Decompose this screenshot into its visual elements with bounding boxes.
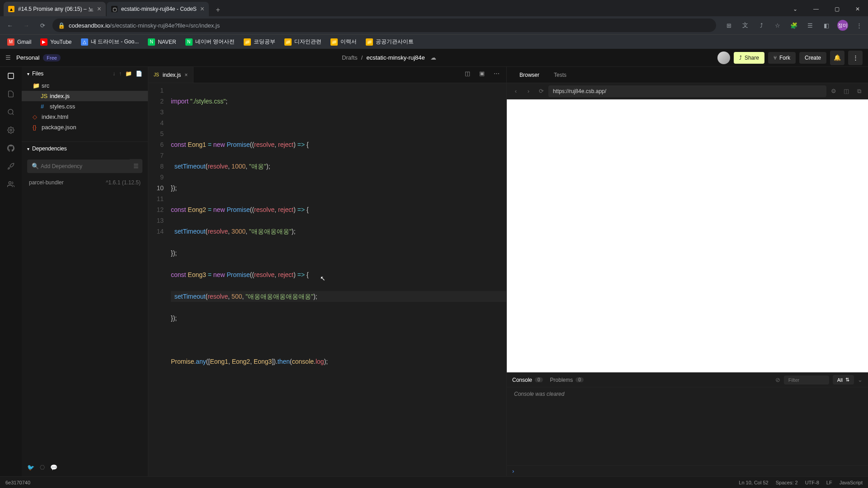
- tab-browser[interactable]: Browser: [512, 72, 547, 78]
- more-icon[interactable]: ⋮: [848, 51, 863, 65]
- share-button[interactable]: ⤴Share: [734, 52, 764, 64]
- close-icon[interactable]: ×: [200, 5, 204, 13]
- explorer-icon[interactable]: [5, 70, 16, 81]
- new-folder-icon[interactable]: 📁: [125, 70, 132, 77]
- preview-url-input[interactable]: [548, 85, 826, 97]
- reload-button[interactable]: ⟳: [536, 86, 547, 97]
- eol[interactable]: LF: [826, 480, 832, 485]
- github-icon[interactable]: [5, 143, 16, 154]
- layout-icon[interactable]: ▣: [476, 67, 488, 80]
- file-icon[interactable]: [5, 89, 16, 99]
- profile-avatar[interactable]: 정미: [837, 20, 848, 31]
- breadcrumb-current[interactable]: ecstatic-minsky-ruj84e: [366, 54, 425, 61]
- file-index-js[interactable]: JSindex.js: [22, 91, 148, 101]
- minimize-button[interactable]: —: [806, 2, 826, 16]
- reading-list-icon[interactable]: ☰: [805, 20, 816, 31]
- editor-tab-index[interactable]: JS index.js ×: [148, 67, 193, 83]
- url-input[interactable]: 🔒 codesandbox.io/s/ecstatic-minsky-ruj84…: [52, 19, 716, 32]
- code-content[interactable]: import "./styles.css"; const Eong1 = new…: [171, 85, 506, 476]
- dep-parcel[interactable]: parcel-bundler ^1.6.1 (1.12.5): [22, 177, 148, 188]
- browser-tab-1[interactable]: ▲ #14.5 Promise any (06:15) – 노 ×: [4, 2, 106, 16]
- editor-actions: ◫ ▣ ⋯: [461, 67, 506, 83]
- new-tab-button[interactable]: +: [212, 4, 224, 16]
- clear-icon[interactable]: ⊘: [775, 376, 780, 383]
- close-icon[interactable]: ×: [97, 5, 101, 13]
- upload-icon[interactable]: ↑: [119, 70, 122, 77]
- live-icon[interactable]: [5, 179, 16, 190]
- filter-dropdown[interactable]: All ⇅: [833, 375, 854, 385]
- bookmark-folder-4[interactable]: 📁공공기관사이트: [362, 36, 417, 47]
- bookmark-dict[interactable]: N네이버 영어사전: [182, 36, 238, 47]
- forward-button[interactable]: ›: [523, 86, 534, 97]
- file-package-json[interactable]: {}package.json: [22, 122, 148, 132]
- devtools-icon[interactable]: ⚙: [828, 86, 839, 97]
- console-prompt[interactable]: ›: [507, 465, 868, 476]
- bookmark-icon[interactable]: ☆: [772, 20, 783, 31]
- deps-header[interactable]: ▾ Dependencies: [22, 142, 148, 155]
- tab-console[interactable]: Console 0: [512, 377, 543, 383]
- maximize-button[interactable]: ▢: [826, 2, 847, 16]
- dep-menu-icon[interactable]: ☰: [130, 159, 142, 173]
- extensions-icon[interactable]: 🧩: [788, 20, 799, 31]
- sidebar-footer: 🐦 ⎔ 💬: [22, 459, 148, 476]
- cursor-position[interactable]: Ln 10, Col 52: [739, 480, 768, 485]
- tab-problems[interactable]: Problems 0: [550, 377, 584, 383]
- fork-button[interactable]: ⑂Fork: [768, 52, 796, 64]
- close-button[interactable]: ✕: [847, 2, 868, 16]
- install-icon[interactable]: ⊞: [723, 20, 734, 31]
- menu-icon[interactable]: ⋮: [854, 20, 864, 31]
- cloud-icon[interactable]: ☁: [430, 54, 436, 61]
- breadcrumb-parent[interactable]: Drafts: [342, 54, 358, 61]
- translate-icon[interactable]: 文: [740, 20, 750, 31]
- split-icon[interactable]: ◫: [461, 67, 474, 80]
- github-icon[interactable]: ⎔: [40, 464, 45, 471]
- bookmark-folder-1[interactable]: 📁코딩공부: [240, 36, 279, 47]
- code-editor[interactable]: 1234567891011121314 import "./styles.css…: [148, 83, 506, 476]
- encoding[interactable]: UTF-8: [805, 480, 819, 485]
- discord-icon[interactable]: 💬: [50, 464, 57, 471]
- reload-button[interactable]: ⟳: [36, 19, 49, 32]
- status-hash[interactable]: 6e3170740: [5, 480, 30, 485]
- deploy-icon[interactable]: [5, 161, 16, 172]
- twitter-icon[interactable]: 🐦: [27, 464, 34, 471]
- indent-setting[interactable]: Spaces: 2: [776, 480, 798, 485]
- bookmark-folder-3[interactable]: 📁이력서: [327, 36, 360, 47]
- bookmark-folder-2[interactable]: 📁디자인관련: [281, 36, 325, 47]
- chevron-down-icon[interactable]: ⌄: [785, 2, 806, 16]
- layout-icon[interactable]: ◫: [841, 86, 852, 97]
- close-icon[interactable]: ×: [184, 72, 188, 78]
- bookmark-drive[interactable]: △내 드라이브 - Goo...: [77, 36, 143, 47]
- preview-iframe[interactable]: [507, 99, 868, 372]
- share-icon[interactable]: ⤴: [756, 20, 767, 31]
- console-output: Console was cleared: [507, 387, 868, 465]
- workspace-name[interactable]: Personal: [16, 54, 39, 61]
- tab-tests[interactable]: Tests: [547, 72, 574, 78]
- more-icon[interactable]: ⋯: [490, 67, 503, 80]
- settings-icon[interactable]: [5, 125, 16, 136]
- filter-input[interactable]: [784, 375, 829, 385]
- user-avatar[interactable]: [717, 52, 730, 64]
- create-button[interactable]: Create: [799, 52, 826, 64]
- add-dependency-input[interactable]: [27, 160, 130, 173]
- file-index-html[interactable]: ◇index.html: [22, 112, 148, 122]
- bookmark-naver[interactable]: NNAVER: [144, 37, 179, 47]
- bookmark-gmail[interactable]: MGmail: [4, 37, 35, 47]
- download-icon[interactable]: ↓: [113, 70, 115, 77]
- browser-tab-2[interactable]: ▢ ecstatic-minsky-ruj84e - CodeS ×: [107, 2, 209, 16]
- forward-button[interactable]: →: [20, 19, 33, 32]
- menu-icon[interactable]: ☰: [5, 54, 11, 61]
- external-icon[interactable]: ⧉: [854, 86, 864, 97]
- back-button[interactable]: ←: [4, 19, 16, 32]
- back-button[interactable]: ‹: [510, 86, 521, 97]
- files-header[interactable]: ▾ Files ↓ ↑ 📁 📄: [22, 67, 148, 80]
- console-message: Console was cleared: [514, 391, 564, 397]
- search-icon[interactable]: [5, 107, 16, 117]
- chevron-down-icon[interactable]: ⌄: [858, 376, 863, 383]
- language-mode[interactable]: JavaScript: [840, 480, 863, 485]
- folder-src[interactable]: 📁src: [22, 80, 148, 91]
- file-styles-css[interactable]: #styles.css: [22, 101, 148, 112]
- bookmark-youtube[interactable]: ▶YouTube: [37, 37, 75, 47]
- sidepanel-icon[interactable]: ◧: [821, 20, 832, 31]
- notification-icon[interactable]: 🔔: [830, 51, 844, 65]
- new-file-icon[interactable]: 📄: [136, 70, 142, 77]
